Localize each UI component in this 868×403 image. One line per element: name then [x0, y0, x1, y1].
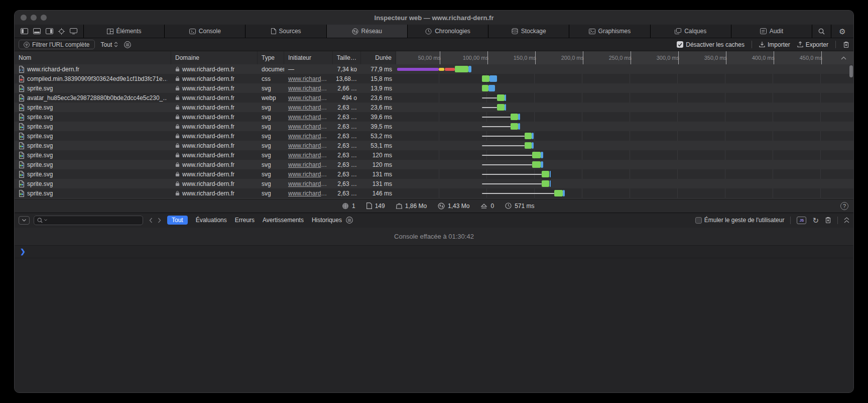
- globe-icon: [342, 203, 349, 210]
- network-request-row[interactable]: sprite.svgwww.richard-dern.frsvgwww.rich…: [15, 169, 853, 179]
- console-scope-erreurs[interactable]: Erreurs: [235, 217, 255, 224]
- column-header-size[interactable]: Taille…: [333, 51, 361, 64]
- network-request-row[interactable]: sprite.svgwww.richard-dern.frsvgwww.rich…: [15, 160, 853, 169]
- network-request-row[interactable]: sprite.svgwww.richard-dern.frsvgwww.rich…: [15, 179, 853, 188]
- initiator-link[interactable]: www.richard-d…: [288, 190, 329, 197]
- settings-button[interactable]: ⚙: [831, 25, 853, 38]
- dock-bottom-icon[interactable]: [33, 28, 41, 34]
- waterfall-wait-line: [482, 193, 554, 194]
- tab-audit[interactable]: Audit: [731, 25, 812, 38]
- request-name-cell: sprite.svg: [15, 169, 171, 179]
- console-scope-evaluations[interactable]: Évaluations: [196, 217, 227, 224]
- console-empty-area[interactable]: [15, 258, 853, 393]
- resource-type-select[interactable]: Tout: [101, 41, 118, 48]
- tab-network[interactable]: Réseau: [327, 25, 408, 38]
- import-button[interactable]: Importer: [759, 41, 790, 48]
- collapse-waterfall-icon[interactable]: [841, 51, 846, 64]
- column-header-initiator[interactable]: Initiateur: [284, 51, 333, 64]
- column-header-type[interactable]: Type: [258, 51, 284, 64]
- console-drawer-icon[interactable]: [19, 216, 30, 225]
- initiator-link[interactable]: www.richard-d…: [288, 123, 329, 130]
- tab-console[interactable]: Console: [165, 25, 245, 38]
- previous-result-icon[interactable]: [149, 218, 153, 223]
- tab-elements[interactable]: Éléments: [84, 25, 165, 38]
- dock-right-icon[interactable]: [46, 28, 53, 34]
- console-search-field[interactable]: [34, 216, 143, 225]
- request-waterfall-cell: [396, 179, 853, 188]
- network-request-row[interactable]: sprite.svgwww.richard-dern.frsvgwww.rich…: [15, 103, 853, 112]
- clear-console-icon[interactable]: [825, 217, 831, 224]
- tab-layers[interactable]: Calques: [651, 25, 731, 38]
- vertical-scrollbar[interactable]: [849, 65, 853, 77]
- initiator-link[interactable]: www.richard-d…: [288, 85, 329, 92]
- initiator-link[interactable]: www.richard-d…: [288, 104, 329, 111]
- timeline-ruler: 50,00 ms100,00 ms150,0 ms200,0 ms250,0 m…: [396, 51, 853, 64]
- network-request-row[interactable]: sprite.svgwww.richard-dern.frsvgwww.rich…: [15, 150, 853, 160]
- network-request-row[interactable]: sprite.svgwww.richard-dern.frsvgwww.rich…: [15, 131, 853, 141]
- initiator-link[interactable]: www.richard-d…: [288, 171, 329, 178]
- help-button[interactable]: ?: [840, 202, 848, 210]
- url-filter-button[interactable]: Filtrer l'URL complète: [19, 40, 95, 49]
- element-picker-icon[interactable]: [58, 28, 65, 35]
- waterfall-blue-segment: [541, 161, 543, 168]
- initiator-link[interactable]: www.richard-d…: [288, 180, 329, 187]
- request-waterfall-cell: [396, 122, 853, 131]
- initiator-link[interactable]: www.richard-d…: [288, 142, 329, 149]
- reload-icon[interactable]: ↻: [812, 217, 819, 224]
- js-context-icon[interactable]: JS: [797, 217, 806, 224]
- console-prompt[interactable]: ❯: [15, 246, 853, 258]
- stat-total-size: 1,86 Mo: [396, 203, 427, 210]
- expand-console-icon[interactable]: [844, 217, 849, 223]
- web-inspector-window: Inspecteur web — www.richard-dern.fr Élé…: [14, 10, 854, 393]
- export-button[interactable]: Exporter: [797, 41, 828, 48]
- clear-network-items-icon[interactable]: [843, 41, 849, 48]
- request-size-cell: 2,63 …: [333, 160, 361, 169]
- request-type-cell: svg: [258, 150, 284, 160]
- network-request-row[interactable]: sprite.svgwww.richard-dern.frsvgwww.rich…: [15, 188, 853, 198]
- tab-timelines[interactable]: Chronologies: [408, 25, 488, 38]
- request-initiator-cell: www.richard-d…: [284, 93, 333, 103]
- request-domain-cell: www.richard-dern.fr: [171, 169, 258, 179]
- stat-domains: 1: [342, 203, 355, 210]
- lock-icon: [175, 66, 180, 72]
- tab-graphics[interactable]: Graphismes: [569, 25, 650, 38]
- network-request-row[interactable]: compiled.min.38390909f303624ed9e1cf1bd3f…: [15, 74, 853, 83]
- console-scope-historiques[interactable]: Historiques: [312, 217, 342, 224]
- initiator-link[interactable]: www.richard-d…: [288, 94, 329, 102]
- device-icon[interactable]: [70, 28, 77, 34]
- network-request-row[interactable]: avatar_hu85ecc3e298728880b0bde2dcc4e5c23…: [15, 93, 853, 103]
- console-scope-tout[interactable]: Tout: [167, 216, 188, 225]
- console-scope-avertissements[interactable]: Avertissements: [263, 217, 304, 224]
- column-header-domain[interactable]: Domaine: [171, 51, 258, 64]
- request-domain-cell: www.richard-dern.fr: [171, 103, 258, 112]
- next-result-icon[interactable]: [158, 218, 161, 223]
- request-initiator-cell: www.richard-d…: [284, 141, 333, 150]
- initiator-link[interactable]: www.richard-d…: [288, 75, 329, 82]
- waterfall-wait-line: [482, 117, 511, 118]
- initiator-link[interactable]: www.richard-d…: [288, 114, 329, 121]
- request-initiator-cell: www.richard-d…: [284, 112, 333, 122]
- dock-left-icon[interactable]: [21, 28, 28, 34]
- waterfall-blue-segment: [532, 133, 534, 139]
- emulate-user-gesture-toggle[interactable]: Émuler le geste de l'utilisateur: [695, 217, 785, 224]
- console-search-input[interactable]: [49, 217, 140, 224]
- network-request-row[interactable]: sprite.svgwww.richard-dern.frsvgwww.rich…: [15, 141, 853, 150]
- column-header-name[interactable]: Nom: [15, 51, 171, 64]
- initiator-link[interactable]: www.richard-d…: [288, 152, 329, 159]
- request-type-cell: svg: [258, 188, 284, 198]
- filter-options-icon[interactable]: [124, 41, 131, 48]
- initiator-link[interactable]: www.richard-d…: [288, 161, 329, 168]
- disable-caches-toggle[interactable]: Désactiver les caches: [677, 41, 745, 48]
- search-button[interactable]: [812, 25, 831, 38]
- network-request-row[interactable]: sprite.svgwww.richard-dern.frsvgwww.rich…: [15, 112, 853, 122]
- tab-storage[interactable]: Stockage: [488, 25, 569, 38]
- network-request-row[interactable]: sprite.svgwww.richard-dern.frsvgwww.rich…: [15, 122, 853, 131]
- tab-sources[interactable]: Sources: [245, 25, 326, 38]
- console-options-icon[interactable]: [346, 217, 353, 224]
- network-request-row[interactable]: www.richard-dern.frwww.richard-dern.frdo…: [15, 64, 853, 74]
- request-domain-cell: www.richard-dern.fr: [171, 93, 258, 103]
- initiator-link[interactable]: www.richard-d…: [288, 133, 329, 140]
- column-header-duration[interactable]: Durée: [361, 51, 396, 64]
- ruler-tick-label: 100,00 ms: [463, 51, 488, 64]
- network-request-row[interactable]: sprite.svgwww.richard-dern.frsvgwww.rich…: [15, 83, 853, 93]
